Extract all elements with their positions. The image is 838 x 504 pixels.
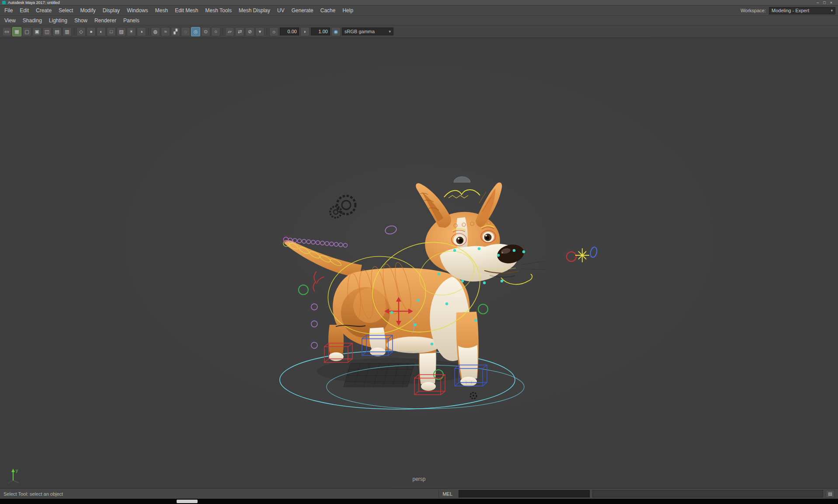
ambient-occlusion-icon[interactable]: ◍ bbox=[151, 27, 160, 36]
command-result-field bbox=[592, 490, 823, 497]
isolate-select-icon[interactable]: ○ bbox=[211, 27, 220, 36]
main-menu-bar: FileEditCreateSelectModifyDisplayWindows… bbox=[0, 6, 838, 15]
menu-help[interactable]: Help bbox=[339, 6, 357, 15]
panel-menu-panels[interactable]: Panels bbox=[120, 16, 143, 25]
color-management-icon[interactable]: ◉ bbox=[331, 27, 341, 36]
joints-xray-icon[interactable]: ⊙ bbox=[201, 27, 210, 36]
menu-mesh[interactable]: Mesh bbox=[152, 6, 171, 15]
small-gear-control[interactable] bbox=[470, 393, 476, 399]
camera-lock-icon[interactable]: ⊘ bbox=[245, 27, 254, 36]
taskbar-strip bbox=[0, 499, 838, 504]
window-controls: –□× bbox=[817, 1, 836, 5]
gate-mask-icon[interactable]: ◫ bbox=[42, 27, 52, 36]
safe-title-icon[interactable]: ▥ bbox=[63, 27, 72, 36]
film-gate-icon[interactable]: ▢ bbox=[22, 27, 31, 36]
motion-blur-icon[interactable]: ≈ bbox=[161, 27, 170, 36]
gear-controls[interactable] bbox=[330, 196, 355, 218]
maya-app-icon bbox=[2, 1, 6, 4]
separator bbox=[265, 27, 268, 36]
panel-menu-renderer[interactable]: Renderer bbox=[91, 16, 120, 25]
menu-generate[interactable]: Generate bbox=[288, 6, 317, 15]
viewport-canvas[interactable] bbox=[0, 38, 838, 488]
depth-of-field-icon[interactable]: ◌ bbox=[181, 27, 190, 36]
workspace-value: Modeling - Expert bbox=[772, 8, 809, 13]
menu-windows[interactable]: Windows bbox=[123, 6, 152, 15]
smooth-shade-icon[interactable]: ● bbox=[87, 27, 96, 36]
menu-modify[interactable]: Modify bbox=[76, 6, 99, 15]
menu-mesh-display[interactable]: Mesh Display bbox=[235, 6, 274, 15]
viewport[interactable]: y persp bbox=[0, 38, 838, 488]
head[interactable] bbox=[416, 183, 546, 282]
tail[interactable] bbox=[284, 240, 362, 278]
offset-controls[interactable] bbox=[567, 247, 598, 262]
resolution-gate-icon[interactable]: ▣ bbox=[32, 27, 42, 36]
bookmarks-icon[interactable]: ▾ bbox=[255, 27, 264, 36]
command-input[interactable] bbox=[459, 490, 590, 497]
chevron-down-icon: ▾ bbox=[389, 29, 391, 34]
xray-icon[interactable]: ◎ bbox=[191, 27, 200, 36]
wireframe-icon[interactable]: ◇ bbox=[76, 27, 86, 36]
axis-y-label: y bbox=[16, 468, 18, 473]
menu-select[interactable]: Select bbox=[55, 6, 76, 15]
gamma-field[interactable] bbox=[311, 28, 330, 35]
panel-menu-shading[interactable]: Shading bbox=[19, 16, 45, 25]
exposure-icon[interactable]: ☼ bbox=[269, 27, 278, 36]
exposure-field[interactable] bbox=[280, 28, 299, 35]
muzzle-rig-curve[interactable] bbox=[501, 274, 532, 285]
hip-rig-curve[interactable] bbox=[313, 271, 324, 292]
grid-toggle-icon[interactable]: ▦ bbox=[12, 27, 21, 36]
separator bbox=[73, 27, 76, 36]
view-axis: y bbox=[4, 465, 24, 486]
shadows-icon[interactable]: ◑ bbox=[137, 27, 146, 36]
axis-z-line bbox=[8, 480, 13, 483]
use-all-lights-icon[interactable]: ☀ bbox=[127, 27, 136, 36]
workspace-selector: Workspace: Modeling - Expert ▾ bbox=[741, 7, 837, 14]
flat-shade-icon[interactable]: ◐ bbox=[97, 27, 106, 36]
window-title: Autodesk Maya 2017: untitled bbox=[8, 1, 60, 5]
panel-menu-lighting[interactable]: Lighting bbox=[45, 16, 71, 25]
menu-edit[interactable]: Edit bbox=[16, 6, 32, 15]
title-bar: Autodesk Maya 2017: untitled –□× bbox=[0, 0, 838, 6]
close-button[interactable]: × bbox=[830, 1, 832, 5]
right-eye bbox=[483, 232, 494, 242]
workspace-dropdown[interactable]: Modeling - Expert ▾ bbox=[769, 7, 835, 14]
left-ear bbox=[416, 183, 451, 228]
panel-menus: ViewShadingLightingShowRendererPanels bbox=[1, 16, 143, 25]
chevron-down-icon: ▾ bbox=[831, 8, 833, 13]
workspace-label: Workspace: bbox=[741, 8, 766, 13]
help-line: Select Tool: select an object bbox=[3, 491, 436, 497]
ground-plane-grid bbox=[344, 363, 414, 387]
image-plane-icon[interactable]: ▱ bbox=[225, 27, 234, 36]
menu-edit-mesh[interactable]: Edit Mesh bbox=[171, 6, 202, 15]
bounding-box-icon[interactable]: □ bbox=[107, 27, 116, 36]
menu-display[interactable]: Display bbox=[99, 6, 123, 15]
head-top-control[interactable] bbox=[444, 190, 480, 197]
panel-menu-view[interactable]: View bbox=[1, 16, 19, 25]
panel-menu-bar: ViewShadingLightingShowRendererPanels bbox=[0, 15, 838, 25]
minimize-button[interactable]: – bbox=[817, 1, 819, 5]
script-editor-button[interactable]: ▤ bbox=[826, 490, 835, 498]
main-menus: FileEditCreateSelectModifyDisplayWindows… bbox=[1, 6, 357, 15]
menu-cache[interactable]: Cache bbox=[317, 6, 339, 15]
separator bbox=[221, 27, 224, 36]
pan-zoom-icon[interactable]: ⇄ bbox=[235, 27, 244, 36]
menu-mesh-tools[interactable]: Mesh Tools bbox=[202, 6, 235, 15]
field-chart-icon[interactable]: ▤ bbox=[52, 27, 62, 36]
color-transform-value: sRGB gamma bbox=[344, 29, 375, 34]
gamma-icon[interactable]: ◗ bbox=[300, 27, 309, 36]
color-transform-dropdown[interactable]: sRGB gamma ▾ bbox=[342, 28, 393, 35]
menu-create[interactable]: Create bbox=[32, 6, 55, 15]
maximize-button[interactable]: □ bbox=[823, 1, 825, 5]
menu-uv[interactable]: UV bbox=[274, 6, 288, 15]
ui-elements-icon[interactable]: ▭ bbox=[2, 27, 11, 36]
panel-menu-show[interactable]: Show bbox=[71, 16, 91, 25]
anti-aliasing-icon[interactable]: ▞ bbox=[171, 27, 180, 36]
command-language-toggle[interactable]: MEL bbox=[438, 490, 456, 497]
viewport-toolbar-icons: ▭▦▢▣◫▤▥◇●◐□▨☀◑◍≈▞◌◎⊙○▱⇄⊘▾☼ bbox=[2, 27, 278, 36]
ground-rig[interactable] bbox=[280, 351, 524, 409]
textured-icon[interactable]: ▨ bbox=[117, 27, 126, 36]
menu-file[interactable]: File bbox=[1, 6, 16, 15]
dome-control[interactable] bbox=[454, 177, 470, 182]
taskbar-item[interactable] bbox=[177, 500, 198, 503]
command-bar: Select Tool: select an object MEL ▤ bbox=[0, 488, 838, 499]
